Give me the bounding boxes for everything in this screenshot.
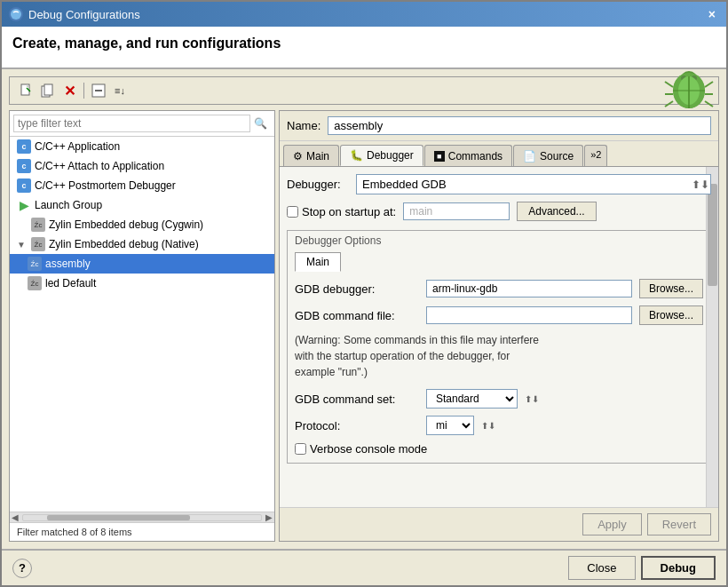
left-scrollbar[interactable]: ◀ ▶ [10, 512, 274, 522]
debugger-select-wrapper: Embedded GDB GDB ⬆⬇ [356, 174, 711, 194]
debugger-select[interactable]: Embedded GDB GDB [356, 174, 711, 194]
v-scrollbar-thumb [708, 184, 717, 286]
svg-line-10 [705, 101, 713, 107]
gdb-debugger-browse-button[interactable]: Browse... [639, 279, 703, 298]
assembly-icon: Źc [28, 257, 42, 271]
tree-item-zylin-native[interactable]: ▼ Źc Zylin Embedded debug (Native) [10, 234, 274, 254]
protocol-label: Protocol: [295, 419, 419, 432]
tab-commands[interactable]: ■ Commands [424, 145, 512, 166]
close-button[interactable]: Close [568, 556, 635, 580]
warning-text: (Warning: Some commands in this file may… [295, 332, 703, 380]
cmd-set-label: GDB command set: [295, 393, 419, 406]
tab-more[interactable]: »2 [584, 145, 607, 166]
cmd-set-select[interactable]: Standard Cygwin GDB [426, 389, 518, 409]
delete-button[interactable]: ✕ [59, 81, 79, 100]
gdb-command-file-input[interactable] [426, 306, 632, 324]
stop-checkbox-label: Stop on startup at: [287, 205, 396, 218]
bottom-buttons: Apply Revert [280, 507, 718, 541]
svg-line-5 [665, 82, 673, 87]
toolbar: ✕ ≡↓ [9, 76, 719, 105]
right-panel: Name: ⚙ Main 🐛 Debugger ■ Commands [279, 110, 719, 542]
tree-item-assembly[interactable]: Źc assembly [10, 254, 274, 274]
debugger-tab-icon: 🐛 [350, 149, 363, 162]
tree-area: c C/C++ Application c C/C++ Attach to Ap… [10, 137, 274, 512]
filter-search-icon: 🔍 [250, 117, 271, 130]
protocol-select[interactable]: mi mi1 mi2 [426, 416, 474, 435]
tree-item-cpp-app[interactable]: c C/C++ Application [10, 137, 274, 156]
collapse-button[interactable] [89, 81, 108, 100]
tab-source[interactable]: 📄 Source [513, 145, 583, 166]
header-area: Create, manage, and run configurations [2, 27, 726, 69]
options-legend: Debugger Options [295, 234, 703, 247]
launch-group-icon: ▶ [17, 198, 31, 212]
toolbar-separator [83, 83, 84, 99]
gdb-debugger-row: GDB debugger: Browse... [295, 279, 703, 298]
led-default-icon: Źc [28, 276, 42, 290]
tree-item-led-default[interactable]: Źc led Default [10, 274, 274, 293]
svg-line-7 [665, 101, 673, 107]
apply-button[interactable]: Apply [582, 513, 642, 535]
gdb-debugger-input[interactable] [426, 280, 632, 297]
h-scrollbar-track[interactable] [22, 514, 262, 521]
window-title: Debug Configurations [28, 8, 140, 21]
svg-line-8 [705, 82, 713, 87]
filter-status: Filter matched 8 of 8 items [10, 522, 274, 541]
filter-button[interactable]: ≡↓ [110, 81, 130, 100]
help-button[interactable]: ? [12, 559, 32, 578]
main-tab-icon: ⚙ [293, 150, 303, 163]
verbose-checkbox[interactable] [295, 443, 306, 455]
svg-point-0 [11, 9, 21, 20]
left-panel: 🔍 c C/C++ Application c C/C++ Attach to … [9, 110, 275, 542]
advanced-button[interactable]: Advanced... [517, 202, 596, 221]
name-input[interactable] [328, 116, 711, 135]
footer-right: Close Debug [568, 556, 716, 580]
page-title: Create, manage, and run configurations [12, 36, 655, 52]
gdb-command-file-row: GDB command file: Browse... [295, 305, 703, 325]
debugger-row: Debugger: Embedded GDB GDB ⬆⬇ [287, 174, 711, 194]
verbose-row: Verbose console mode [295, 442, 703, 456]
revert-button[interactable]: Revert [647, 513, 711, 535]
title-bar: Debug Configurations × [2, 2, 726, 27]
debugger-label: Debugger: [287, 178, 349, 191]
inner-tabs: Main [295, 252, 703, 272]
gdb-command-file-browse-button[interactable]: Browse... [639, 305, 703, 325]
tree-item-cpp-postmortem[interactable]: c C/C++ Postmortem Debugger [10, 176, 274, 195]
inner-tab-main[interactable]: Main [295, 252, 341, 272]
filter-input[interactable] [13, 115, 250, 132]
commands-tab-icon: ■ [434, 151, 445, 162]
footer: ? Close Debug [2, 549, 726, 585]
duplicate-button[interactable] [38, 81, 58, 100]
config-area: Debugger: Embedded GDB GDB ⬆⬇ [280, 167, 718, 507]
gdb-debugger-label: GDB debugger: [295, 282, 419, 296]
stop-input[interactable] [403, 202, 510, 220]
tab-main[interactable]: ⚙ Main [283, 145, 339, 166]
options-group: Debugger Options Main GDB debugger: Brow… [287, 230, 711, 464]
debug-configurations-window: Debug Configurations × Create, manage, a… [0, 0, 728, 587]
zylin-native-icon: Źc [31, 237, 45, 251]
bug-icon [662, 62, 716, 115]
name-row: Name: [280, 111, 718, 141]
close-window-button[interactable]: × [705, 7, 719, 21]
stop-row: Stop on startup at: Advanced... [287, 202, 711, 221]
tree-item-cpp-attach[interactable]: c C/C++ Attach to Application [10, 156, 274, 176]
cpp-attach-icon: c [17, 159, 31, 173]
protocol-row: Protocol: mi mi1 mi2 ⬆⬇ [295, 416, 703, 435]
cpp-postmortem-icon: c [17, 178, 31, 193]
svg-rect-19 [44, 84, 52, 95]
gdb-command-file-label: GDB command file: [295, 309, 419, 322]
right-scrollbar[interactable] [706, 167, 718, 507]
name-label: Name: [287, 119, 320, 132]
filter-box: 🔍 [10, 111, 274, 137]
tree-item-launch-group[interactable]: ▶ Launch Group [10, 195, 274, 215]
h-scrollbar-thumb [47, 515, 190, 520]
cmd-set-row: GDB command set: Standard Cygwin GDB ⬆⬇ [295, 389, 703, 409]
new-config-button[interactable] [17, 81, 36, 100]
main-content: ✕ ≡↓ 🔍 c C/C++ Application [2, 69, 726, 549]
app-icon [9, 7, 23, 21]
tree-item-zylin-cygwin[interactable]: Źc Zylin Embedded debug (Cygwin) [10, 215, 274, 234]
tab-debugger[interactable]: 🐛 Debugger [340, 145, 423, 166]
debug-button[interactable]: Debug [641, 556, 716, 580]
cpp-app-icon: c [17, 139, 31, 154]
source-tab-icon: 📄 [523, 150, 536, 163]
stop-checkbox[interactable] [287, 206, 298, 218]
